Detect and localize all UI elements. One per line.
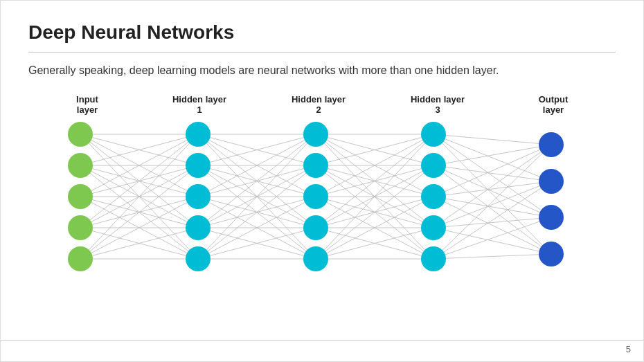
input-layer-nodes <box>68 122 93 271</box>
slide-title: Deep Neural Networks <box>28 21 616 44</box>
svg-point-102 <box>186 184 211 209</box>
label-input: Input layer <box>66 94 108 115</box>
output-layer-nodes <box>539 132 564 266</box>
svg-line-94 <box>433 254 551 259</box>
svg-line-77 <box>433 134 551 217</box>
svg-point-97 <box>68 184 93 209</box>
svg-point-100 <box>186 122 211 147</box>
bottom-divider <box>1 340 643 341</box>
hidden3-layer-nodes <box>421 122 446 271</box>
svg-point-108 <box>303 215 328 240</box>
slide-subtitle: Generally speaking, deep learning models… <box>28 62 616 79</box>
svg-point-111 <box>421 153 446 178</box>
label-hidden3: Hidden layer 3 <box>410 94 465 115</box>
svg-point-112 <box>421 184 446 209</box>
svg-line-79 <box>433 145 551 165</box>
label-hidden1: Hidden layer 1 <box>172 94 227 115</box>
svg-point-117 <box>539 205 564 230</box>
svg-line-92 <box>433 181 551 259</box>
svg-point-98 <box>68 215 93 240</box>
slide: Deep Neural Networks Generally speaking,… <box>0 0 644 362</box>
network-diagram: Input layer Hidden layer 1 Hidden layer … <box>28 94 616 302</box>
hidden2-layer-nodes <box>303 122 328 271</box>
svg-point-104 <box>186 246 211 271</box>
svg-point-105 <box>303 122 328 147</box>
svg-line-85 <box>433 197 551 217</box>
title-divider <box>28 52 616 53</box>
label-hidden2: Hidden layer 2 <box>291 94 346 115</box>
hidden1-layer-nodes <box>186 122 211 271</box>
svg-point-96 <box>68 153 93 178</box>
svg-point-103 <box>186 215 211 240</box>
svg-point-118 <box>539 242 564 266</box>
svg-line-76 <box>433 134 551 181</box>
svg-point-95 <box>68 122 93 147</box>
svg-line-89 <box>433 217 551 228</box>
svg-point-113 <box>421 215 446 240</box>
network-svg <box>28 120 617 293</box>
svg-point-106 <box>303 153 328 178</box>
svg-point-109 <box>303 246 328 271</box>
svg-line-87 <box>433 145 551 228</box>
svg-point-114 <box>421 246 446 271</box>
svg-point-107 <box>303 184 328 209</box>
label-output: Output layer <box>529 94 578 115</box>
svg-point-101 <box>186 153 211 178</box>
svg-line-91 <box>433 145 551 259</box>
page-number: 5 <box>626 344 631 354</box>
svg-point-115 <box>539 132 564 157</box>
svg-line-75 <box>433 134 551 145</box>
svg-point-116 <box>539 169 564 194</box>
svg-point-110 <box>421 122 446 147</box>
svg-line-93 <box>433 217 551 259</box>
svg-line-88 <box>433 181 551 228</box>
svg-point-99 <box>68 246 93 271</box>
